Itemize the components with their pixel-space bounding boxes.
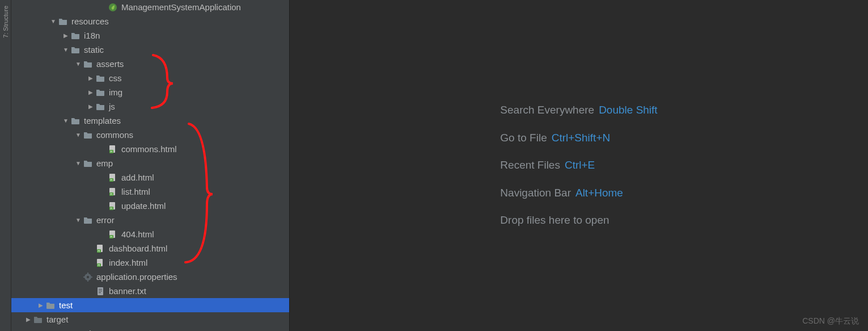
chevron-down-icon[interactable]: ▼ <box>61 45 70 55</box>
tree-item-label: dashboard.html <box>109 244 167 253</box>
tree-item-label: emp <box>96 158 113 168</box>
indent <box>11 234 99 234</box>
hint-text: Navigation Bar <box>500 187 571 199</box>
tree-row-asserts[interactable]: ▼asserts <box>11 57 289 71</box>
hint-shortcut: Alt+Home <box>575 187 623 199</box>
tree-item-label: target <box>46 315 68 324</box>
folder-icon <box>83 158 93 169</box>
tree-row-commons-html[interactable]: ▶Hcommons.html <box>11 142 289 156</box>
tree-item-label: resources <box>71 16 109 26</box>
editor-hints: Search EverywhereDouble ShiftGo to FileC… <box>500 90 657 241</box>
hint-line: Recent FilesCtrl+E <box>500 158 657 173</box>
tree-row-img[interactable]: ▶img <box>11 85 289 99</box>
tree-row-error[interactable]: ▼error <box>11 213 289 227</box>
chevron-right-icon[interactable]: ▶ <box>61 31 70 40</box>
tree-row-commons[interactable]: ▼commons <box>11 128 289 142</box>
tree-item-label: js <box>109 102 115 111</box>
tree-row-404-html[interactable]: ▶H404.html <box>11 227 289 241</box>
tree-item-label: add.html <box>121 173 154 182</box>
tree-row-test[interactable]: ▶test <box>11 298 289 312</box>
editor-empty-state[interactable]: Search EverywhereDouble ShiftGo to FileC… <box>289 0 868 331</box>
svg-text:H: H <box>110 178 112 182</box>
tree-row-managementsystemapplication[interactable]: ▶ManagementSystemApplication <box>11 0 289 14</box>
tree-item-label: templates <box>84 116 121 125</box>
svg-text:H: H <box>110 235 112 238</box>
tree-row-banner-txt[interactable]: ▶banner.txt <box>11 284 289 298</box>
svg-text:H: H <box>110 150 112 153</box>
chevron-down-icon[interactable]: ▼ <box>74 159 83 168</box>
hint-shortcut: Ctrl+Shift+N <box>552 132 610 144</box>
html-icon: H <box>108 173 118 183</box>
folder-icon <box>70 31 81 41</box>
tree-item-label: pom.xml <box>59 329 91 331</box>
indent <box>11 177 99 178</box>
tree-item-label: 404.html <box>121 229 154 239</box>
tree-row-emp[interactable]: ▼emp <box>11 156 289 170</box>
tree-row-resources[interactable]: ▼resources <box>11 14 289 28</box>
tree-item-label: commons <box>96 130 133 140</box>
tree-item-label: error <box>96 215 115 225</box>
tree-row-css[interactable]: ▶css <box>11 71 289 85</box>
tree-item-label: img <box>109 87 122 97</box>
indent <box>11 106 86 107</box>
chevron-down-icon[interactable]: ▼ <box>74 131 83 140</box>
structure-tool-label[interactable]: 7: Structure <box>2 6 9 38</box>
tree-row-js[interactable]: ▶js <box>11 99 289 114</box>
tree-item-label: i18n <box>84 31 100 40</box>
html-icon: H <box>108 201 118 211</box>
indent <box>11 120 61 121</box>
tree-item-label: index.html <box>109 258 147 267</box>
chevron-right-icon[interactable]: ▶ <box>24 315 33 324</box>
project-tree-panel[interactable]: ▶ManagementSystemApplication▼resources▶i… <box>11 0 289 331</box>
tree-item-label: update.html <box>121 201 166 211</box>
folder-icon <box>83 130 93 140</box>
indent <box>11 7 99 7</box>
indent <box>11 35 61 36</box>
hint-text: Drop files here to open <box>500 214 609 226</box>
folder-icon <box>95 87 105 98</box>
tree-row-static[interactable]: ▼static <box>11 43 289 57</box>
indent <box>11 191 99 192</box>
tree-row-dashboard-html[interactable]: ▶Hdashboard.html <box>11 241 289 255</box>
indent <box>11 276 74 277</box>
tree-row-update-html[interactable]: ▶Hupdate.html <box>11 199 289 213</box>
tree-row-application-properties[interactable]: ▶application.properties <box>11 270 289 284</box>
hint-text: Recent Files <box>500 159 560 171</box>
chevron-right-icon[interactable]: ▶ <box>86 88 95 97</box>
tree-item-label: test <box>59 300 73 310</box>
tree-row-target[interactable]: ▶target <box>11 312 289 326</box>
folder-icon <box>95 102 105 112</box>
indent <box>11 92 86 93</box>
folder-dim-icon <box>33 315 43 325</box>
chevron-right-icon[interactable]: ▶ <box>86 102 95 111</box>
svg-text:H: H <box>110 207 112 210</box>
html-icon: H <box>95 258 105 268</box>
chevron-down-icon[interactable]: ▼ <box>61 116 70 125</box>
indent <box>11 248 86 249</box>
hint-shortcut: Double Shift <box>599 104 658 116</box>
tree-item-label: css <box>109 73 122 83</box>
svg-rect-26 <box>83 276 86 278</box>
tree-row-index-html[interactable]: ▶Hindex.html <box>11 255 289 270</box>
svg-text:H: H <box>98 263 100 267</box>
chevron-right-icon[interactable]: ▶ <box>36 301 45 310</box>
tree-row-i18n[interactable]: ▶i18n <box>11 28 289 43</box>
folder-icon <box>83 215 93 225</box>
tree-item-label: asserts <box>96 59 124 69</box>
svg-text:H: H <box>98 249 100 253</box>
indent <box>11 64 74 64</box>
folder-icon <box>95 73 105 83</box>
tool-window-gutter[interactable]: 7: Structure <box>0 0 11 331</box>
tree-row-templates[interactable]: ▼templates <box>11 114 289 128</box>
chevron-down-icon[interactable]: ▼ <box>74 60 83 69</box>
tree-row-add-html[interactable]: ▶Hadd.html <box>11 170 289 185</box>
tree-row-pom-xml[interactable]: ▶mpom.xml <box>11 326 289 331</box>
tree-row-list-html[interactable]: ▶Hlist.html <box>11 185 289 199</box>
tree-item-label: application.properties <box>96 272 177 282</box>
chevron-down-icon[interactable]: ▼ <box>74 216 83 225</box>
tree-item-label: list.html <box>121 187 150 196</box>
indent <box>11 78 86 78</box>
chevron-right-icon[interactable]: ▶ <box>86 74 95 83</box>
chevron-down-icon[interactable]: ▼ <box>49 17 58 26</box>
watermark: CSDN @牛云说 <box>802 316 859 326</box>
